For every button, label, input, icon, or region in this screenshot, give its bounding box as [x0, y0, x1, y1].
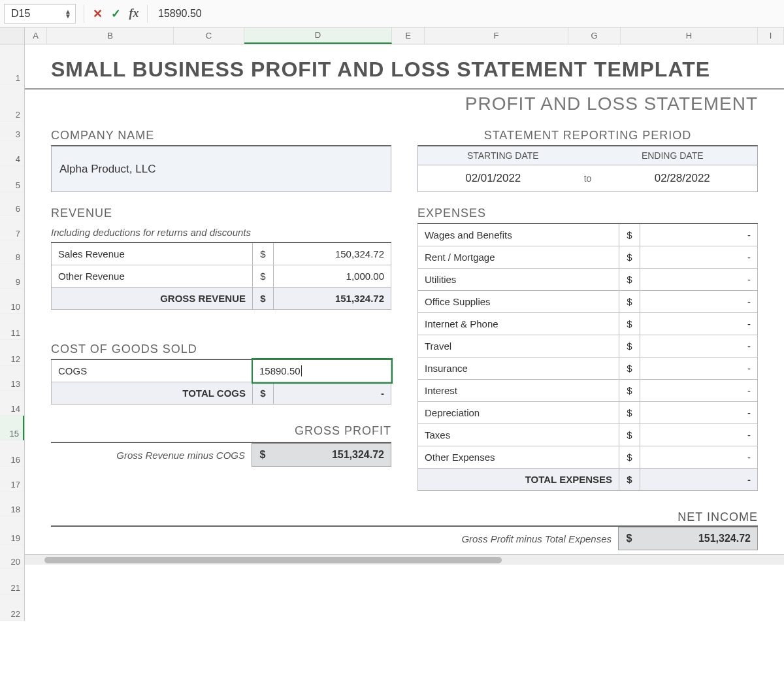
row-value[interactable]: - [640, 335, 758, 357]
row-value[interactable]: - [640, 446, 758, 469]
currency-symbol: $ [619, 335, 640, 357]
table-row[interactable]: COGS 15890.50 [52, 359, 391, 382]
formula-bar: D15 ▲ ▼ ✕ ✓ fx 15890.50 [0, 0, 784, 27]
net-income-label: NET INCOME [51, 510, 758, 524]
divider [84, 5, 84, 23]
total-cogs-row: TOTAL COGS $ - [52, 382, 391, 405]
table-row[interactable]: Utilities$- [418, 269, 758, 291]
row-label: Taxes [418, 424, 619, 446]
row-header-13[interactable]: 13 [0, 366, 24, 391]
select-all-corner[interactable] [0, 27, 25, 44]
table-row[interactable]: Sales Revenue $ 150,324.72 [52, 242, 391, 265]
row-header-17[interactable]: 17 [0, 467, 24, 491]
column-header-B[interactable]: B [47, 27, 174, 44]
row-header-19[interactable]: 19 [0, 516, 24, 545]
row-header-6[interactable]: 6 [0, 192, 24, 216]
divider [147, 5, 148, 23]
row-header-4[interactable]: 4 [0, 141, 24, 166]
column-header-I[interactable]: I [758, 27, 784, 44]
column-header-G[interactable]: G [568, 27, 621, 44]
confirm-icon[interactable]: ✓ [106, 7, 125, 21]
table-row[interactable]: Other Expenses$- [418, 446, 758, 469]
currency-symbol: $ [253, 242, 274, 265]
row-header-5[interactable]: 5 [0, 166, 24, 192]
chevron-down-icon[interactable]: ▼ [65, 14, 71, 18]
table-row[interactable]: Taxes$- [418, 424, 758, 446]
total-value: 151,324.72 [274, 288, 391, 310]
start-date[interactable]: 02/01/2022 [418, 165, 568, 191]
row-value[interactable]: - [640, 246, 758, 269]
table-row[interactable]: Interest$- [418, 380, 758, 402]
row-header-9[interactable]: 9 [0, 264, 24, 289]
column-header-H[interactable]: H [621, 27, 758, 44]
row-header-11[interactable]: 11 [0, 314, 24, 340]
column-header-C[interactable]: C [174, 27, 244, 44]
column-header-F[interactable]: F [425, 27, 568, 44]
row-header-16[interactable]: 16 [0, 440, 24, 467]
horizontal-scrollbar[interactable] [25, 554, 784, 565]
sheet-content[interactable]: SMALL BUSINESS PROFIT AND LOSS STATEMENT… [25, 44, 784, 621]
row-value[interactable]: - [640, 269, 758, 291]
row-header-2[interactable]: 2 [0, 85, 24, 122]
start-date-label: STARTING DATE [418, 146, 588, 165]
row-header-15[interactable]: 15 [0, 416, 24, 440]
row-header-21[interactable]: 21 [0, 569, 24, 595]
scrollbar-thumb[interactable] [44, 557, 502, 563]
row-label: Utilities [418, 269, 619, 291]
company-name-cell[interactable]: Alpha Product, LLC [51, 145, 391, 192]
end-date[interactable]: 02/28/2022 [608, 165, 758, 191]
row-header-18[interactable]: 18 [0, 491, 24, 516]
row-label: Depreciation [418, 402, 619, 424]
row-label: Insurance [418, 357, 619, 380]
row-value[interactable]: - [640, 402, 758, 424]
currency-symbol: $ [253, 382, 274, 405]
table-row[interactable]: Office Supplies$- [418, 291, 758, 313]
fx-icon[interactable]: fx [125, 7, 143, 20]
table-row[interactable]: Internet & Phone$- [418, 313, 758, 335]
row-header-10[interactable]: 10 [0, 289, 24, 314]
row-header-14[interactable]: 14 [0, 391, 24, 416]
row-header-22[interactable]: 22 [0, 595, 24, 621]
cell-reference-box[interactable]: D15 ▲ ▼ [4, 4, 76, 24]
row-header-8[interactable]: 8 [0, 241, 24, 264]
row-value[interactable]: 1,000.00 [274, 265, 391, 288]
cell-ref-stepper[interactable]: ▲ ▼ [65, 9, 71, 18]
gross-revenue-row: GROSS REVENUE $ 151,324.72 [52, 288, 391, 310]
active-cell[interactable]: 15890.50 [253, 359, 391, 382]
column-header-A[interactable]: A [25, 27, 47, 44]
row-value[interactable]: - [640, 313, 758, 335]
row-label: Sales Revenue [52, 242, 253, 265]
column-header-E[interactable]: E [392, 27, 425, 44]
row-header-20[interactable]: 20 [0, 545, 24, 569]
row-header-7[interactable]: 7 [0, 216, 24, 241]
row-value[interactable]: - [640, 357, 758, 380]
cancel-icon[interactable]: ✕ [88, 7, 106, 21]
column-header-D[interactable]: D [244, 27, 392, 44]
end-date-label: ENDING DATE [588, 146, 758, 165]
currency-symbol: $ [619, 446, 640, 469]
row-value[interactable]: - [640, 291, 758, 313]
row-header-1[interactable]: 1 [0, 44, 24, 85]
table-row[interactable]: Depreciation$- [418, 402, 758, 424]
row-label: Other Expenses [418, 446, 619, 469]
row-header-12[interactable]: 12 [0, 340, 24, 366]
table-row[interactable]: Wages and Benefits$- [418, 224, 758, 246]
table-row[interactable]: Travel$- [418, 335, 758, 357]
currency-symbol: $ [619, 269, 640, 291]
total-label: GROSS REVENUE [52, 288, 253, 310]
net-income-section: NET INCOME Gross Profit minus Total Expe… [25, 510, 784, 550]
row-value[interactable]: - [640, 224, 758, 246]
row-value[interactable]: - [640, 380, 758, 402]
formula-input[interactable]: 15890.50 [152, 4, 784, 24]
row-value[interactable]: - [640, 424, 758, 446]
row-label: COGS [52, 359, 253, 382]
expenses-table: Wages and Benefits$-Rent / Mortgage$-Uti… [417, 223, 758, 491]
table-row[interactable]: Insurance$- [418, 357, 758, 380]
currency-symbol: $ [619, 424, 640, 446]
row-header-3[interactable]: 3 [0, 122, 24, 141]
period-body: 02/01/2022 to 02/28/2022 [417, 165, 758, 192]
table-row[interactable]: Rent / Mortgage$- [418, 246, 758, 269]
row-value[interactable]: 150,324.72 [274, 242, 391, 265]
company-name: Alpha Product, LLC [59, 163, 155, 176]
table-row[interactable]: Other Revenue $ 1,000.00 [52, 265, 391, 288]
